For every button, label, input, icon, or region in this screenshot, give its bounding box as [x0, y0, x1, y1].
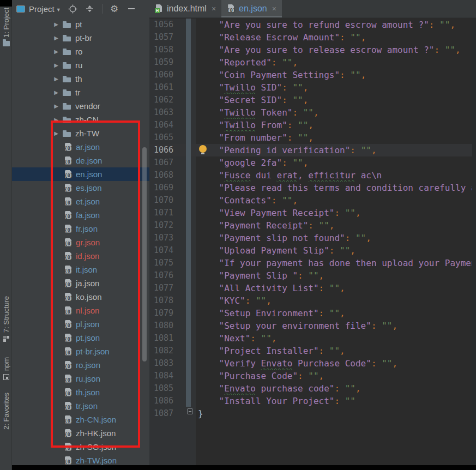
tree-file-es.json[interactable]: {0}es.json [12, 181, 149, 195]
code-line-1069[interactable]: 1069 "Please read this terms and conditi… [149, 182, 476, 194]
tree-file-id.json[interactable]: {0}id.json [12, 249, 149, 263]
tree-folder-pt[interactable]: ▶pt [12, 17, 149, 31]
stripe-button-npm[interactable]: npm [0, 357, 12, 380]
tree-file-zh-CN.json[interactable]: {0}zh-CN.json [12, 413, 149, 426]
tree-file-it.json[interactable]: {0}it.json [12, 263, 149, 276]
code-line-1065[interactable]: 1065 "From number": "", [149, 131, 476, 144]
code-line-1076[interactable]: 1076 "Payment Slip ": "", [149, 269, 476, 282]
code-text: "Reported": "", [196, 56, 476, 69]
tree-file-gr.json[interactable]: {0}gr.json [12, 236, 149, 249]
tree-file-zh-TW.json[interactable]: {0}zh-TW.json [12, 454, 149, 465]
tab-en-json[interactable]: {0} en.json × [221, 0, 282, 17]
project-view-selector[interactable]: Project [29, 4, 55, 14]
fold-end-icon[interactable] [187, 408, 193, 414]
code-line-1075[interactable]: 1075 "If your payment has done then uplo… [149, 257, 476, 269]
tree-file-tr.json[interactable]: {0}tr.json [12, 399, 149, 413]
code-line-1072[interactable]: 1072 "Payment Receipt": "", [149, 219, 476, 232]
code-line-1060[interactable]: 1060 "Coin Payment Settings": "", [149, 69, 476, 81]
code-line-1085[interactable]: 1085 "Envato purchase code": "", [149, 382, 476, 395]
code-line-1070[interactable]: 1070 "Contacts": "", [149, 194, 476, 207]
tree-file-de.json[interactable]: {0}de.json [12, 154, 149, 167]
code-line-1063[interactable]: 1063 "Twillo Token": "", [149, 106, 476, 119]
code-line-1066[interactable]: 1066 "Pending id verification": "", [149, 144, 476, 156]
tree-file-zh-SG.json[interactable]: {0}zh-SG.json [12, 440, 149, 454]
tree-file-ro.json[interactable]: {0}ro.json [12, 358, 149, 372]
code-line-1080[interactable]: 1080 "Setup your environment file": "", [149, 320, 476, 332]
code-line-1057[interactable]: 1057 "Release Escrow Amount": "", [149, 31, 476, 44]
project-tool-icon [3, 41, 10, 46]
expand-chevron-icon[interactable]: ▶ [52, 21, 60, 27]
project-view-icon [16, 5, 25, 13]
code-line-1074[interactable]: 1074 "Upload Payment Slip": "", [149, 244, 476, 257]
tree-file-ja.json[interactable]: {0}ja.json [12, 276, 149, 290]
tree-folder-ro[interactable]: ▶ro [12, 45, 149, 58]
stripe-button-favorites[interactable]: 2: Favorites [0, 393, 12, 430]
expand-chevron-icon[interactable]: ▶ [52, 49, 60, 55]
tree-folder-tr[interactable]: ▶tr [12, 86, 149, 99]
expand-chevron-icon[interactable]: ▶ [52, 103, 60, 109]
code-line-1061[interactable]: 1061 "Twillo SID": "", [149, 81, 476, 94]
tree-scrollbar[interactable] [142, 147, 147, 361]
stripe-button-project[interactable]: 1: Project [0, 8, 12, 46]
code-line-1078[interactable]: 1078 "KYC": "", [149, 294, 476, 307]
tree-folder-zh-CN[interactable]: ▶zh-CN [12, 113, 149, 126]
code-line-1067[interactable]: 1067 "google 2fa": "", [149, 156, 476, 169]
code-line-1064[interactable]: 1064 "Twillo From": "", [149, 119, 476, 131]
tree-file-et.json[interactable]: {0}et.json [12, 195, 149, 208]
tree-folder-th[interactable]: ▶th [12, 72, 149, 86]
expand-chevron-icon[interactable]: ▶ [52, 76, 60, 82]
tree-file-pt-br.json[interactable]: {0}pt-br.json [12, 345, 149, 358]
tree-file-ko.json[interactable]: {0}ko.json [12, 290, 149, 304]
close-tab-icon[interactable]: × [272, 4, 276, 13]
intention-bulb-icon[interactable] [199, 145, 207, 153]
tab-index-html[interactable]: H index.html × [149, 0, 221, 17]
code-line-1084[interactable]: 1084 "Purchase Code": "", [149, 370, 476, 382]
tree-folder-pt-br[interactable]: ▶pt-br [12, 31, 149, 45]
tree-file-fa.json[interactable]: {0}fa.json [12, 208, 149, 222]
tree-file-pl.json[interactable]: {0}pl.json [12, 317, 149, 331]
editor-error-stripe[interactable] [472, 19, 476, 465]
tree-file-en.json[interactable]: {0}en.json [12, 167, 149, 181]
json-file-icon: {0} [64, 279, 72, 288]
code-line-1081[interactable]: 1081 "Next": "", [149, 332, 476, 345]
code-line-1062[interactable]: 1062 "Secret SID": "", [149, 94, 476, 106]
tree-file-zh-HK.json[interactable]: {0}zh-HK.json [12, 426, 149, 440]
chevron-down-icon[interactable]: ▼ [56, 7, 61, 13]
code-line-1059[interactable]: 1059 "Reported": "", [149, 56, 476, 69]
code-text: "Upload Payment Slip": "", [196, 244, 476, 257]
stripe-button-structure[interactable]: 7: Structure [0, 296, 12, 342]
code-line-1083[interactable]: 1083 "Verify Envato Purchase Code": "", [149, 357, 476, 370]
tree-file-fr.json[interactable]: {0}fr.json [12, 222, 149, 236]
tree-folder-vendor[interactable]: ▶vendor [12, 99, 149, 113]
code-line-1077[interactable]: 1077 "All Activity List": "", [149, 282, 476, 294]
expand-chevron-icon[interactable]: ▶ [52, 35, 60, 41]
expand-chevron-icon[interactable]: ▶ [52, 89, 60, 95]
close-tab-icon[interactable]: × [212, 4, 216, 13]
code-line-1056[interactable]: 1056 "Are you sure to refund escrow amou… [149, 19, 476, 31]
tree-file-ar.json[interactable]: {0}ar.json [12, 140, 149, 154]
code-line-1058[interactable]: 1058 "Are you sure to release escrow amo… [149, 44, 476, 56]
tree-file-ru.json[interactable]: {0}ru.json [12, 372, 149, 385]
code-text: "Please read this terms and condition ca… [196, 182, 476, 194]
tree-file-nl.json[interactable]: {0}nl.json [12, 304, 149, 317]
code-line-1073[interactable]: 1073 "Payment slip not found": "", [149, 232, 476, 244]
fold-region-bar[interactable] [186, 19, 191, 407]
code-line-1068[interactable]: 1068 "Fusce dui erat, efficitur ac\n [149, 169, 476, 182]
tree-file-pt.json[interactable]: {0}pt.json [12, 331, 149, 345]
tree-file-th.json[interactable]: {0}th.json [12, 385, 149, 399]
expand-chevron-icon[interactable]: ▶ [52, 117, 60, 123]
hide-panel-button[interactable] [126, 4, 136, 14]
locate-file-button[interactable] [68, 4, 78, 14]
code-line-1079[interactable]: 1079 "Setup Environment": "", [149, 307, 476, 320]
stripe-label-favorites: 2: Favorites [2, 393, 10, 430]
code-line-1071[interactable]: 1071 "View Payment Receipt": "", [149, 207, 476, 219]
tree-folder-ru[interactable]: ▶ru [12, 58, 149, 72]
code-line-1082[interactable]: 1082 "Project Installer": "", [149, 345, 476, 357]
collapse-all-button[interactable] [85, 4, 95, 14]
tree-folder-zh-TW[interactable]: ▶zh-TW [12, 126, 149, 140]
settings-button[interactable]: ⚙ [110, 4, 119, 14]
expand-chevron-icon[interactable]: ▶ [52, 130, 60, 136]
expand-chevron-icon[interactable]: ▶ [52, 62, 60, 68]
code-line-1086[interactable]: 1086 "Install Your Project": "" [149, 395, 476, 407]
code-line-1087[interactable]: 1087} [149, 407, 476, 420]
